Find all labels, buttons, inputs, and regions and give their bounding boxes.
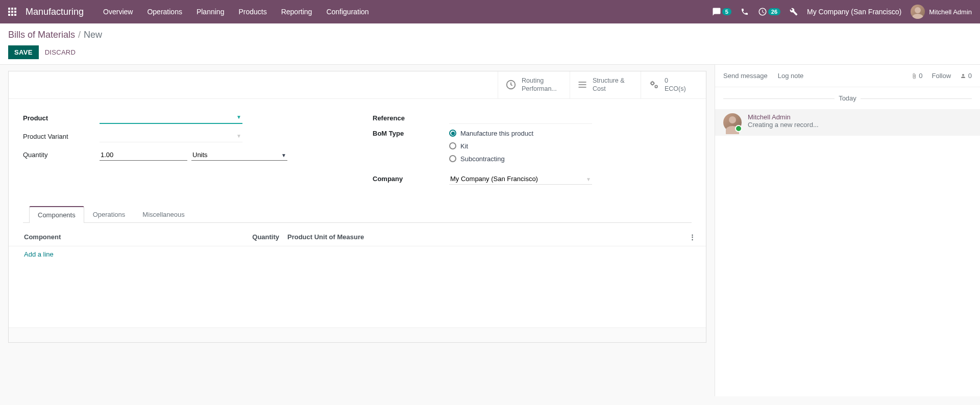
form-sheet: Routing Performan... Structure & Cost 0 … — [8, 71, 706, 343]
quantity-label: Quantity — [23, 151, 100, 159]
svg-point-5 — [655, 86, 657, 88]
radio-unchecked-icon — [449, 142, 456, 149]
log-message: Creating a new record... — [748, 121, 819, 129]
svg-rect-3 — [579, 87, 586, 88]
variant-label: Product Variant — [23, 133, 100, 140]
svg-rect-2 — [579, 84, 586, 85]
log-author[interactable]: Mitchell Admin — [748, 113, 819, 121]
bom-type-kit-label: Kit — [460, 142, 468, 150]
quantity-input[interactable] — [100, 149, 187, 161]
dropdown-caret-icon: ▼ — [586, 176, 591, 182]
followers-button[interactable]: 0 — [960, 72, 972, 80]
bom-type-subcontracting-label: Subcontracting — [460, 155, 505, 163]
quantity-uom-input[interactable] — [191, 149, 287, 161]
tab-operations[interactable]: Operations — [84, 206, 134, 223]
stat-routing-performance[interactable]: Routing Performan... — [498, 71, 570, 98]
product-label: Product — [23, 114, 100, 122]
send-message-link[interactable]: Send message — [723, 72, 768, 80]
notebook-tabs: Components Operations Miscellaneous — [23, 206, 692, 223]
reference-label: Reference — [373, 114, 449, 122]
menu-planning[interactable]: Planning — [197, 8, 225, 16]
user-menu[interactable]: Mitchell Admin — [911, 5, 972, 19]
add-line-link[interactable]: Add a line — [24, 250, 54, 258]
top-navbar: Manufacturing Overview Operations Planni… — [0, 0, 980, 23]
activities-badge: 26 — [768, 8, 780, 15]
messaging-badge: 5 — [722, 8, 731, 15]
control-panel: Bills of Materials / New SAVE DISCARD — [0, 23, 980, 65]
company-input[interactable] — [449, 173, 592, 185]
followers-count: 0 — [968, 72, 972, 80]
svg-rect-1 — [579, 82, 586, 83]
dropdown-caret-icon: ▼ — [281, 153, 286, 158]
company-label: Company — [373, 175, 449, 183]
activities-icon[interactable]: 26 — [758, 7, 780, 16]
company-selector[interactable]: My Company (San Francisco) — [807, 8, 901, 16]
attachments-count: 0 — [919, 72, 922, 80]
log-note-link[interactable]: Log note — [778, 72, 804, 80]
column-quantity: Quantity — [249, 233, 279, 241]
column-menu-icon[interactable]: ⋮ — [685, 233, 696, 241]
menu-operations[interactable]: Operations — [147, 8, 182, 16]
breadcrumb-separator: / — [78, 30, 81, 40]
chatter-panel: Send message Log note 0 Follow 0 Today — [715, 65, 980, 396]
user-name: Mitchell Admin — [929, 8, 972, 16]
bom-type-subcontracting-radio[interactable]: Subcontracting — [449, 155, 692, 163]
discard-button[interactable]: DISCARD — [45, 48, 76, 56]
bars-icon — [577, 80, 587, 90]
breadcrumb-current: New — [84, 30, 102, 40]
main-menu: Overview Operations Planning Products Re… — [103, 8, 369, 16]
follow-button[interactable]: Follow — [932, 72, 951, 80]
log-avatar-icon — [723, 113, 742, 132]
tab-components[interactable]: Components — [29, 206, 84, 223]
attachments-button[interactable]: 0 — [911, 72, 923, 80]
stat-structure-cost[interactable]: Structure & Cost — [570, 71, 641, 98]
user-avatar-icon — [911, 5, 925, 19]
stat-button-box: Routing Performan... Structure & Cost 0 … — [9, 71, 706, 99]
menu-overview[interactable]: Overview — [103, 8, 133, 16]
column-component: Component — [24, 233, 249, 241]
tab-miscellaneous[interactable]: Miscellaneous — [134, 206, 193, 223]
save-button[interactable]: SAVE — [8, 45, 39, 59]
menu-products[interactable]: Products — [238, 8, 266, 16]
debug-icon[interactable] — [790, 8, 798, 16]
apps-menu-icon[interactable] — [8, 8, 16, 16]
tab-content-components: Component Quantity Product Unit of Measu… — [9, 228, 706, 342]
bom-type-kit-radio[interactable]: Kit — [449, 142, 692, 150]
clock-icon — [505, 79, 517, 90]
bom-type-label: BoM Type — [373, 130, 449, 137]
stat-eco-label: ECO(s) — [665, 85, 686, 92]
stat-routing-label: Routing Performan... — [522, 77, 562, 93]
radio-checked-icon — [449, 130, 456, 137]
reference-input[interactable] — [449, 113, 592, 124]
column-uom: Product Unit of Measure — [279, 233, 685, 241]
bom-type-manufacture-label: Manufacture this product — [460, 130, 533, 137]
menu-configuration[interactable]: Configuration — [326, 8, 369, 16]
bom-type-manufacture-radio[interactable]: Manufacture this product — [449, 130, 692, 137]
app-brand[interactable]: Manufacturing — [26, 7, 84, 17]
product-input[interactable] — [100, 112, 242, 124]
phone-icon[interactable] — [741, 8, 749, 16]
log-entry: Mitchell Admin Creating a new record... — [715, 109, 980, 136]
variant-input — [100, 131, 242, 142]
menu-reporting[interactable]: Reporting — [281, 8, 312, 16]
gears-icon — [648, 79, 659, 90]
breadcrumb: Bills of Materials / New — [8, 30, 972, 40]
stat-ecos[interactable]: 0 ECO(s) — [641, 71, 706, 98]
messaging-icon[interactable]: 5 — [712, 7, 731, 16]
date-divider: Today — [715, 94, 980, 102]
stat-structure-label: Structure & Cost — [593, 77, 633, 93]
stat-eco-count: 0 — [665, 77, 686, 85]
radio-unchecked-icon — [449, 155, 456, 162]
breadcrumb-root[interactable]: Bills of Materials — [8, 30, 75, 40]
